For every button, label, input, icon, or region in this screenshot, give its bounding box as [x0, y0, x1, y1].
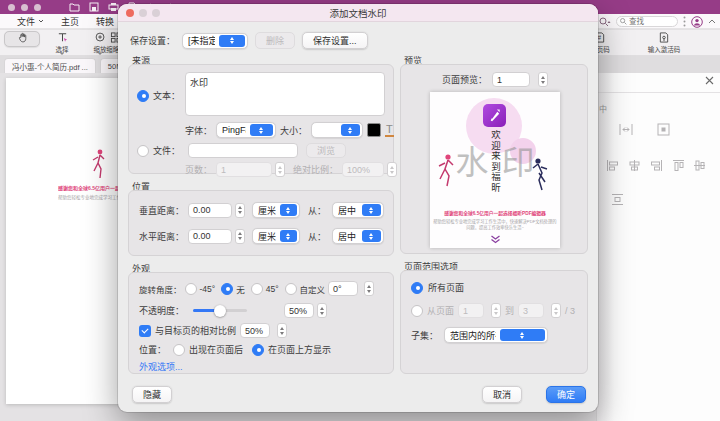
app-close-button[interactable] — [8, 4, 15, 11]
underline-text-icon[interactable]: T — [385, 124, 394, 137]
vertical-unit-select[interactable]: 厘米 — [252, 202, 300, 218]
opacity-stepper[interactable] — [317, 303, 327, 318]
align-middle-vertical-icon[interactable] — [693, 159, 706, 172]
more-options-icon[interactable] — [683, 16, 686, 27]
menu-file[interactable]: 文件 — [17, 15, 44, 28]
horizontal-distance-field[interactable]: 0.00 — [188, 229, 232, 244]
dialog-close-button[interactable] — [126, 9, 134, 17]
open-folder-icon[interactable] — [69, 2, 80, 12]
text-radio-label: 文本： — [153, 89, 180, 102]
page-range-groupbox: 所有页面 从页面 1 到 3 / 3 子集： 范围内的所有页面 — [400, 270, 588, 374]
horizontal-distance-stepper[interactable] — [235, 229, 245, 244]
slider-thumb[interactable] — [214, 305, 226, 317]
document-page: 感谢您和全球6.5亿用户一起选择福昕PDF编辑器 帮助您轻松专业地完成学习工作生… — [6, 78, 120, 404]
to-page-stepper[interactable] — [551, 303, 561, 318]
activation-code-button[interactable]: 输入激活码 — [640, 31, 688, 55]
relative-scale-stepper[interactable] — [277, 323, 287, 338]
cancel-button[interactable]: 取消 — [482, 386, 522, 403]
find-input[interactable] — [629, 17, 673, 26]
text-radio[interactable] — [137, 90, 149, 102]
select-tool-button[interactable]: 选择 — [44, 31, 80, 55]
absolute-scale-stepper[interactable] — [387, 162, 397, 177]
hand-tool-button[interactable]: 手型工具 — [4, 31, 40, 47]
preset-select[interactable]: [未指定] — [182, 33, 248, 49]
behind-page-radio[interactable] — [173, 344, 185, 356]
appearance-options-link[interactable]: 外观选项... — [139, 360, 183, 373]
ok-button[interactable]: 确定 — [546, 386, 586, 403]
pages-stepper[interactable] — [275, 162, 285, 177]
vertical-distance-field[interactable]: 0.00 — [188, 203, 232, 218]
delete-preset-button[interactable]: 删除 — [255, 32, 295, 49]
hide-button[interactable]: 隐藏 — [132, 386, 172, 403]
center-in-box-icon[interactable] — [657, 123, 670, 136]
document-tab-active[interactable]: 冯小惠-个人简历.pdf ... — [4, 58, 96, 73]
subset-value: 范围内的所有页面 — [450, 329, 496, 342]
watermark-text-input[interactable]: 水印 — [185, 72, 385, 116]
page-preview-row: 页面预览： 1 — [401, 72, 589, 87]
file-path-field[interactable] — [188, 143, 298, 158]
distribute-vertical-icon[interactable] — [611, 193, 624, 206]
rotate-neg45-radio[interactable] — [185, 283, 197, 295]
vertical-from-select[interactable]: 居中 — [332, 202, 384, 218]
relative-scale-field[interactable]: 50% — [240, 323, 270, 338]
all-pages-radio[interactable] — [411, 282, 423, 294]
rotate-custom-field[interactable]: 0° — [328, 281, 358, 296]
relative-scale-checkbox[interactable] — [139, 325, 151, 337]
app-zoom-button[interactable] — [34, 4, 41, 11]
dialog-zoom-button[interactable] — [152, 9, 160, 17]
distribute-horizontal-icon[interactable] — [619, 123, 633, 136]
app-minimize-button[interactable] — [21, 4, 28, 11]
vertical-distance-stepper[interactable] — [235, 203, 245, 218]
menu-convert[interactable]: 转换 — [96, 15, 114, 28]
size-select[interactable] — [311, 122, 363, 138]
font-select[interactable]: PingFang — [216, 122, 276, 138]
absolute-scale-field[interactable]: 100% — [342, 162, 384, 177]
rotate-custom-stepper[interactable] — [364, 281, 374, 296]
save-settings-button[interactable]: 保存设置... — [302, 32, 368, 49]
align-left-icon[interactable] — [606, 159, 619, 172]
file-radio[interactable] — [137, 145, 149, 157]
from-page-stepper[interactable] — [491, 303, 501, 318]
find-searchbox[interactable] — [616, 16, 678, 27]
align-center-horizontal-icon[interactable] — [628, 159, 641, 172]
opacity-slider[interactable] — [193, 304, 247, 317]
horizontal-from-select[interactable]: 居中 — [332, 228, 384, 244]
subset-select[interactable]: 范围内的所有页面 — [444, 327, 548, 343]
page-preview-field[interactable]: 1 — [492, 72, 530, 87]
align-top-icon[interactable] — [672, 159, 685, 172]
menu-home[interactable]: 主页 — [61, 15, 79, 28]
pages-field[interactable]: 1 — [216, 162, 272, 177]
absolute-scale-label: 绝对比例： — [293, 163, 338, 176]
from-page-row: 从页面 1 到 3 / 3 — [411, 303, 575, 318]
align-right-icon[interactable] — [650, 159, 663, 172]
all-pages-row: 所有页面 — [411, 281, 464, 294]
horizontal-unit-select[interactable]: 厘米 — [252, 228, 300, 244]
to-page-field[interactable]: 3 — [518, 303, 544, 318]
illustration-person-right-icon — [528, 156, 552, 192]
text-color-swatch[interactable] — [367, 123, 381, 137]
dialog-minimize-button[interactable] — [139, 9, 147, 17]
rotate-45-label: 45° — [266, 284, 279, 294]
collapse-ribbon-icon[interactable] — [708, 19, 716, 24]
appearance-groupbox: 旋转角度： -45° 无 45° 自定义 0° 不透明度： 50% 与目 — [128, 272, 394, 374]
opacity-row: 不透明度： 50% — [139, 303, 327, 318]
search-icon — [620, 18, 627, 25]
font-row: 字体： PingFang 大小： T — [185, 122, 394, 138]
from-page-field[interactable]: 1 — [458, 303, 484, 318]
browse-button[interactable]: 浏览 — [306, 143, 346, 158]
above-page-radio[interactable] — [252, 344, 264, 356]
rotate-none-radio[interactable] — [221, 283, 233, 295]
dialog-title: 添加文档水印 — [329, 6, 386, 20]
rotate-custom-radio[interactable] — [285, 283, 297, 295]
page-preview-stepper[interactable] — [538, 72, 548, 87]
close-panel-icon[interactable] — [705, 76, 714, 85]
save-icon[interactable] — [89, 2, 99, 12]
rotate-45-radio[interactable] — [251, 283, 263, 295]
from-page-radio[interactable] — [411, 305, 423, 317]
text-select-icon — [57, 32, 68, 43]
search-mode-icon[interactable] — [599, 17, 611, 27]
document-tab-label: 冯小惠-个人简历.pdf ... — [12, 61, 88, 72]
opacity-field[interactable]: 50% — [284, 303, 314, 318]
delete-preset-label: 删除 — [266, 34, 284, 47]
account-avatar-icon[interactable] — [691, 16, 703, 28]
